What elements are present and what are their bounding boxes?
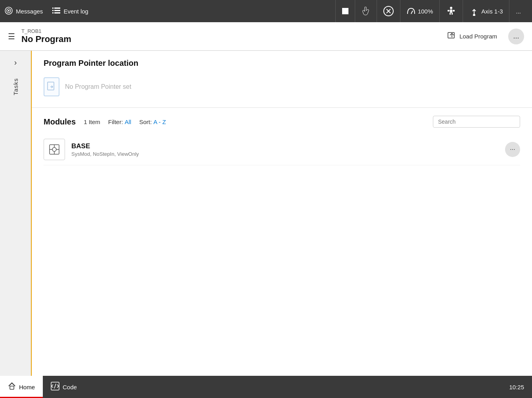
speed-label: 100% [418, 8, 433, 15]
clock: 10:25 [509, 384, 532, 390]
axis-label: Axis 1-3 [481, 8, 503, 15]
code-icon [51, 382, 59, 392]
svg-rect-6 [54, 10, 60, 11]
eventlog-icon [52, 8, 60, 15]
svg-rect-18 [450, 13, 451, 15]
module-more-button[interactable]: ··· [505, 142, 520, 157]
svg-point-14 [450, 7, 452, 9]
tasks-label: Tasks [12, 78, 19, 95]
svg-rect-3 [52, 8, 54, 9]
svg-rect-9 [342, 8, 348, 14]
tasks-expand-button[interactable]: › [11, 55, 20, 70]
code-tab[interactable]: Code [43, 376, 85, 398]
hand-icon-button[interactable] [355, 0, 377, 22]
svg-point-20 [473, 14, 475, 16]
pointer-section: Program Pointer location No Program Poin… [32, 51, 532, 108]
stop-button[interactable] [335, 0, 355, 22]
messages-icon [5, 7, 13, 16]
search-input[interactable] [433, 116, 520, 128]
code-label: Code [63, 384, 77, 390]
svg-rect-8 [54, 12, 60, 13]
module-icon [44, 139, 65, 160]
speed-control[interactable]: 100% [400, 0, 439, 22]
messages-label: Messages [16, 8, 43, 15]
topbar-more-button[interactable]: ... [509, 0, 527, 22]
bottombar: Home Code 10:25 [0, 376, 532, 398]
robot-id: T_ROB1 [21, 28, 441, 34]
main-content: › Tasks Program Pointer location No Prog… [0, 51, 532, 376]
emergency-stop-button[interactable] [377, 0, 400, 22]
header-more-icon: ... [513, 32, 519, 40]
program-name: No Program [21, 34, 441, 44]
modules-section: Modules 1 Item Filter: All Sort: A - Z [32, 108, 532, 376]
modules-count: 1 Item [84, 119, 100, 125]
content-panel: Program Pointer location No Program Poin… [32, 51, 532, 376]
filter-label: Filter: [108, 119, 125, 125]
robot-icon-button[interactable] [439, 0, 463, 22]
header-more-button[interactable]: ... [508, 29, 524, 44]
pointer-icon [44, 77, 59, 96]
svg-rect-15 [450, 10, 452, 13]
eventlog-tab[interactable]: Event log [52, 8, 88, 15]
svg-rect-23 [48, 82, 54, 90]
load-program-label: Load Program [459, 33, 497, 40]
home-label: Home [19, 384, 35, 390]
home-tab[interactable]: Home [0, 376, 43, 398]
load-program-icon [448, 31, 456, 41]
messages-tab[interactable]: Messages [5, 7, 43, 16]
svg-rect-5 [52, 10, 54, 11]
table-row: BASE SysMod, NoStepIn, ViewOnly ··· [44, 134, 520, 165]
svg-point-2 [8, 10, 10, 11]
svg-rect-17 [453, 10, 455, 11]
modules-sort: Sort: A - Z [139, 119, 166, 125]
svg-rect-30 [10, 386, 14, 389]
svg-rect-16 [448, 10, 450, 11]
svg-point-25 [52, 147, 56, 151]
menu-button[interactable]: ☰ [8, 32, 15, 41]
sort-label: Sort: [139, 119, 153, 125]
modules-header: Modules 1 Item Filter: All Sort: A - Z [44, 116, 520, 128]
header-actions: Load Program ... [441, 28, 524, 44]
module-name: BASE [71, 142, 505, 150]
topbar-more-icon: ... [516, 8, 521, 15]
pointer-empty-text: No Program Pointer set [65, 83, 131, 90]
sort-value[interactable]: A - Z [153, 119, 166, 125]
home-icon [8, 382, 16, 392]
svg-rect-21 [448, 33, 454, 38]
tasks-sidebar[interactable]: › Tasks [0, 51, 32, 376]
svg-line-13 [411, 11, 413, 14]
svg-line-32 [54, 384, 56, 388]
module-info: BASE SysMod, NoStepIn, ViewOnly [71, 142, 505, 157]
topbar-left: Messages Event log [5, 7, 335, 16]
eventlog-label: Event log [63, 8, 88, 15]
svg-rect-4 [54, 8, 60, 9]
svg-rect-7 [52, 12, 54, 13]
pointer-empty-state: No Program Pointer set [44, 74, 520, 100]
filter-value[interactable]: All [124, 119, 131, 125]
topbar: Messages Event log [0, 0, 532, 22]
svg-rect-19 [452, 13, 453, 15]
pointer-section-title: Program Pointer location [44, 59, 520, 68]
topbar-right: 100% Axis 1-3 ... [335, 0, 527, 22]
load-program-button[interactable]: Load Program [441, 28, 503, 44]
header-title-group: T_ROB1 No Program [21, 28, 441, 44]
module-tags: SysMod, NoStepIn, ViewOnly [71, 151, 505, 157]
modules-filter: Filter: All [108, 119, 131, 125]
axis-button[interactable]: Axis 1-3 [463, 0, 509, 22]
header: ☰ T_ROB1 No Program Load Program ... [0, 22, 532, 51]
modules-title: Modules [44, 117, 76, 126]
